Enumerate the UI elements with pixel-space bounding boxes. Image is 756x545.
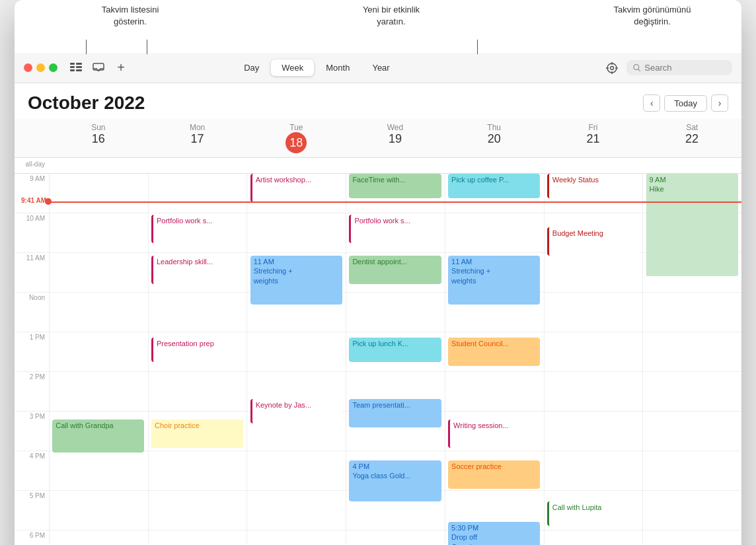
- time-cell-0-0[interactable]: [49, 174, 148, 213]
- svg-point-8: [610, 66, 613, 69]
- next-week-button[interactable]: ›: [711, 94, 728, 112]
- time-cell-0-1[interactable]: [148, 174, 247, 213]
- time-cell-9-3[interactable]: [346, 530, 445, 545]
- calendar-event[interactable]: FaceTime with...: [349, 174, 441, 198]
- time-cell-7-2[interactable]: [246, 451, 346, 490]
- time-cell-9-1[interactable]: [148, 530, 247, 545]
- calendar-event[interactable]: Portfolio work s...: [151, 215, 243, 243]
- calendar-event[interactable]: 4 PMYoga class Gold...: [349, 460, 441, 501]
- fullscreen-button[interactable]: [49, 63, 57, 72]
- calendar-event[interactable]: Dentist appoint...: [349, 256, 441, 284]
- tab-month[interactable]: Month: [315, 59, 360, 76]
- calendar-event[interactable]: Soccer practice: [448, 460, 540, 489]
- svg-line-14: [638, 69, 641, 72]
- calendar-event[interactable]: Artist workshop...: [250, 174, 342, 202]
- time-cell-1-0[interactable]: [49, 213, 148, 252]
- time-cell-6-5[interactable]: [544, 412, 643, 451]
- calendar-event[interactable]: 9 AMHike: [646, 174, 738, 276]
- allday-sun: [49, 158, 148, 173]
- allday-tue: [246, 158, 346, 173]
- inbox-icon[interactable]: [91, 60, 106, 76]
- time-cell-9-0[interactable]: [49, 530, 148, 545]
- time-cell-8-0[interactable]: [49, 491, 148, 530]
- tab-week[interactable]: Week: [271, 59, 314, 76]
- time-row-9: 6 PM: [15, 530, 741, 545]
- time-cell-5-4[interactable]: [445, 372, 544, 411]
- time-cell-9-6[interactable]: [642, 530, 741, 545]
- calendar-event[interactable]: Pick up coffee P...: [448, 174, 540, 198]
- titlebar: + Day Week Month Year: [15, 53, 741, 83]
- tab-year[interactable]: Year: [361, 59, 400, 76]
- calendar-event[interactable]: Team presentati...: [349, 399, 441, 427]
- time-label: 10 AM: [15, 213, 49, 252]
- time-label: 2 PM: [15, 372, 49, 411]
- search-input[interactable]: [644, 63, 726, 73]
- calendar-list-icon[interactable]: [68, 60, 84, 76]
- calendar-event[interactable]: Weekly Status: [547, 174, 639, 198]
- time-cell-4-5[interactable]: [544, 332, 643, 371]
- calendar-event[interactable]: Call with Grandpa: [52, 419, 144, 453]
- svg-point-13: [634, 65, 639, 70]
- search-box[interactable]: [626, 60, 732, 75]
- time-label: 3 PM: [15, 412, 49, 451]
- day-header-6: Sat 22: [642, 119, 741, 157]
- time-cell-5-0[interactable]: [49, 372, 148, 411]
- tooltip-area: Takvim listesini gösterin. Yeni bir etki…: [15, 0, 741, 53]
- time-cell-5-5[interactable]: [544, 372, 643, 411]
- allday-label: all-day: [15, 158, 49, 173]
- calendar-event[interactable]: Portfolio work s...: [349, 215, 441, 243]
- allday-thu: [445, 158, 544, 173]
- calendar-event[interactable]: Call with Lupita: [547, 501, 639, 526]
- time-cell-9-5[interactable]: [544, 530, 643, 545]
- day-number-today: 18: [285, 132, 307, 153]
- tab-day[interactable]: Day: [233, 59, 270, 76]
- time-cell-8-6[interactable]: [642, 491, 741, 530]
- time-cell-2-5[interactable]: [544, 253, 643, 292]
- calendar-event[interactable]: Choir practice: [151, 419, 243, 448]
- time-cell-4-6[interactable]: [642, 332, 741, 371]
- calendar-event[interactable]: 11 AMStretching +weights: [250, 256, 342, 305]
- time-row-3: Noon: [15, 293, 741, 332]
- time-cell-8-1[interactable]: [148, 491, 247, 530]
- time-cell-1-4[interactable]: [445, 213, 544, 252]
- minimize-button[interactable]: [36, 63, 45, 72]
- time-cell-1-2[interactable]: [246, 213, 346, 252]
- svg-point-7: [607, 63, 617, 73]
- time-cell-7-1[interactable]: [148, 451, 247, 490]
- svg-rect-2: [70, 69, 75, 71]
- calendar-event[interactable]: 5:30 PMDrop offGrandma...: [448, 522, 540, 545]
- time-cell-6-6[interactable]: [642, 412, 741, 451]
- day-label: Wed: [346, 123, 445, 132]
- time-cell-7-0[interactable]: [49, 451, 148, 490]
- time-cell-3-5[interactable]: [544, 293, 643, 332]
- time-label: 4 PM: [15, 451, 49, 490]
- time-cell-3-3[interactable]: [346, 293, 445, 332]
- time-cell-5-6[interactable]: [642, 372, 741, 411]
- time-cell-5-1[interactable]: [148, 372, 247, 411]
- calendar-event[interactable]: Writing session...: [448, 419, 540, 448]
- calendar-event[interactable]: Student Council...: [448, 338, 540, 366]
- today-button[interactable]: Today: [664, 95, 707, 112]
- time-cell-4-2[interactable]: [246, 332, 346, 371]
- calendar-event[interactable]: Leadership skill...: [151, 256, 243, 284]
- svg-rect-5: [76, 69, 82, 71]
- location-icon[interactable]: [604, 60, 620, 76]
- prev-week-button[interactable]: ‹: [643, 94, 660, 112]
- calendar-event[interactable]: Keynote by Jas...: [250, 399, 342, 423]
- calendar-event[interactable]: Pick up lunch K...: [349, 338, 441, 362]
- time-cell-9-2[interactable]: [246, 530, 346, 545]
- calendar-event[interactable]: 11 AMStretching +weights: [448, 256, 540, 305]
- time-cell-3-1[interactable]: [148, 293, 247, 332]
- time-cell-7-5[interactable]: [544, 451, 643, 490]
- day-headers: Sun 16 Mon 17 Tue 18 Wed 19 Thu 20 Fri 2…: [15, 119, 741, 158]
- close-button[interactable]: [24, 63, 32, 72]
- time-cell-2-0[interactable]: [49, 253, 148, 292]
- add-event-icon[interactable]: +: [113, 60, 129, 76]
- time-cell-3-0[interactable]: [49, 293, 148, 332]
- time-cell-8-2[interactable]: [246, 491, 346, 530]
- calendar-event[interactable]: Budget Meeting: [547, 227, 639, 256]
- calendar-event[interactable]: Presentation prep: [151, 338, 243, 362]
- time-cell-3-6[interactable]: [642, 293, 741, 332]
- time-cell-7-6[interactable]: [642, 451, 741, 490]
- time-cell-4-0[interactable]: [49, 332, 148, 371]
